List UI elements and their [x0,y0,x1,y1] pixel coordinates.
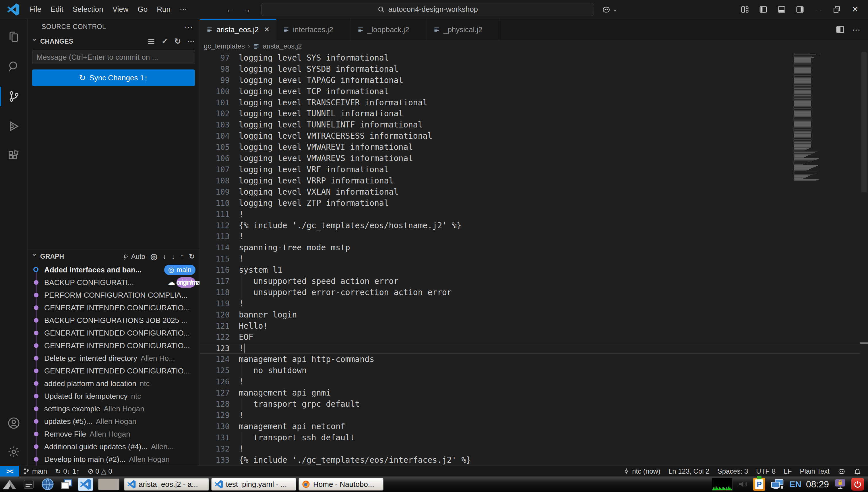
search-view-icon[interactable] [0,52,28,81]
copilot-menu[interactable]: ⌄ [602,5,617,14]
commit-row[interactable]: settings exampleAllen Hogan [28,402,199,415]
tab-arista_eos.j2[interactable]: arista_eos.j2✕ [200,19,276,40]
remote-indicator[interactable]: >< [0,466,19,476]
commit-row[interactable]: updates (#5)...Allen Hogan [28,415,199,428]
changes-section-header[interactable]: › CHANGES ✓ ↻ ⋯ [28,34,199,48]
menu-item-selection[interactable]: Selection [68,3,108,16]
menu-item-run[interactable]: Run [152,3,175,16]
commit-row[interactable]: Develop into main (#2)...Allen Hogan [28,453,199,466]
toggle-secondary-sidebar-icon[interactable] [796,5,804,14]
menu-item-go[interactable]: Go [133,3,152,16]
run-debug-icon[interactable] [0,112,28,141]
customize-layout-icon[interactable] [741,5,749,14]
extensions-icon[interactable] [0,141,28,171]
line-text: logging level VMWAREVI informational [239,142,413,152]
restore-button[interactable] [833,5,841,14]
source-control-icon[interactable] [0,81,28,112]
volume-muted-icon[interactable] [737,478,749,490]
commit-check-icon[interactable]: ✓ [162,37,168,46]
breadcrumb[interactable]: gc_templates › arista_eos.j2 [200,40,868,52]
commit-row[interactable]: GENERATE INTENDED CONFIGURATIO... [28,365,199,377]
tab-_physical.j2[interactable]: _physical.j2✕ [427,19,500,40]
taskbar-clock[interactable]: 08:29 [806,479,829,490]
lock-screen-icon[interactable] [834,478,847,491]
target-ref-icon[interactable]: ◎ [150,252,157,261]
commit-row[interactable]: Updated for idempotencyntc [28,390,199,402]
language-mode[interactable]: Plain Text [796,466,834,476]
sidebar-more-icon[interactable]: ⋯ [184,22,194,32]
commit-row[interactable]: Delete gc_intented directoryAllen Ho... [28,352,199,365]
close-button[interactable]: ✕ [851,5,860,14]
lxde-menu-icon[interactable] [2,478,17,491]
cursor-position[interactable]: Ln 123, Col 2 [665,466,714,476]
network-status-icon[interactable] [770,478,785,491]
chevron-down-icon: › [30,39,39,44]
system-monitor-graph[interactable] [712,478,733,491]
taskbar-window-firefox[interactable]: Home - Nautobo... [299,478,383,491]
desktop-pager[interactable] [98,478,119,490]
command-center-search[interactable]: autocon4-design-workshop [261,3,594,16]
vscode-launcher-icon[interactable] [78,478,93,491]
iconify-windows-icon[interactable] [59,478,74,491]
minimize-button[interactable]: – [814,5,823,14]
copilot-status-icon[interactable] [834,466,850,476]
commit-row[interactable]: GENERATE INTENDED CONFIGURATIO... [28,301,199,314]
clipboard-manager-icon[interactable]: P [753,478,765,491]
changes-more-icon[interactable]: ⋯ [187,37,195,46]
menu-item-file[interactable]: File [25,3,46,16]
push-icon[interactable]: ↑ [180,252,184,261]
taskbar-window-vscode[interactable]: arista_eos.j2 - a... [124,478,209,491]
editor-more-icon[interactable]: ⋯ [852,25,861,35]
problems-status[interactable]: ⊘ 0 △ 0 [84,466,116,476]
pull-icon[interactable]: ↓ [171,252,175,261]
eol-status[interactable]: LF [779,466,796,476]
web-browser-globe-icon[interactable] [40,478,55,491]
settings-gear-icon[interactable] [0,438,28,466]
toggle-panel-icon[interactable] [777,5,786,14]
branch-status[interactable]: main [19,466,51,476]
code-editor[interactable]: 97logging level SYS informational98loggi… [200,52,868,466]
graph-refresh-icon[interactable]: ↻ [189,252,195,261]
sync-status[interactable]: ↻ 0↓ 1↑ [51,466,83,476]
editor-scrollbar[interactable] [860,52,868,466]
split-editor-icon[interactable] [836,25,844,34]
commit-message-input[interactable] [32,50,195,64]
nav-back-icon[interactable]: ← [226,5,235,14]
tab-_loopback.j2[interactable]: _loopback.j2✕ [351,19,427,40]
commit-row[interactable]: Added interfaces and ban...◎main [28,264,199,276]
commit-row[interactable]: GENERATE INTENDED CONFIGURATIO... [28,339,199,352]
power-button-icon[interactable] [851,478,864,491]
menu-item-view[interactable]: View [108,3,133,16]
explorer-icon[interactable] [0,22,28,52]
scrollbar-thumb[interactable] [861,52,867,192]
commit-status[interactable]: ntc (now) [619,466,665,476]
fetch-icon[interactable]: ↓ [163,252,167,261]
sync-changes-button[interactable]: ↻ Sync Changes 1↑ [32,70,195,86]
file-manager-icon[interactable] [21,478,36,491]
commit-row[interactable]: PERFORM CONFIGURATION COMPLIA... [28,289,199,301]
tab-close-icon[interactable]: ✕ [264,26,270,33]
nav-forward-icon[interactable]: → [242,5,251,14]
menu-item-⋯[interactable]: ⋯ [175,3,192,16]
commit-row[interactable]: BACKUP CONFIGURATIONS JOB 2025-... [28,314,199,327]
commit-row[interactable]: Additional guide updates (#4)...Allen... [28,440,199,453]
toggle-primary-sidebar-icon[interactable] [759,5,768,14]
view-as-list-icon[interactable] [147,37,155,45]
taskbar-window-vscode[interactable]: test_ping.yaml - ... [211,478,296,491]
notifications-bell-icon[interactable] [850,466,865,476]
minimap[interactable] [794,53,829,190]
commit-message: GENERATE INTENDED CONFIGURATIO... [44,303,190,312]
commit-row[interactable]: Remove FileAllen Hogan [28,428,199,440]
keyboard-layout-indicator[interactable]: EN [789,479,801,489]
commit-row[interactable]: BACKUP CONFIGURATI...☁origin/main [28,276,199,289]
graph-auto-toggle[interactable]: Auto [123,253,145,261]
encoding-status[interactable]: UTF-8 [752,466,779,476]
graph-section-header[interactable]: › GRAPH Auto ◎ ↓ ↓ ↑ ↻ [28,249,199,264]
tab-interfaces.j2[interactable]: interfaces.j2✕ [276,19,351,40]
commit-row[interactable]: GENERATE INTENDED CONFIGURATIO... [28,327,199,339]
accounts-icon[interactable] [0,408,28,438]
refresh-icon[interactable]: ↻ [174,37,181,46]
menu-item-edit[interactable]: Edit [46,3,68,16]
indentation-status[interactable]: Spaces: 3 [714,466,752,476]
commit-row[interactable]: added platform and locationntc [28,377,199,390]
